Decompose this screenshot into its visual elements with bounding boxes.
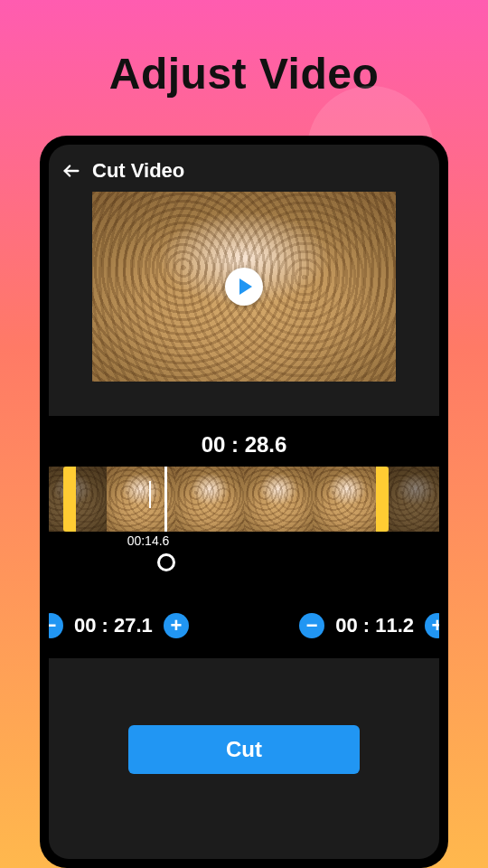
playhead-stem [149, 481, 151, 508]
minus-icon[interactable]: − [299, 613, 324, 638]
filmstrip[interactable] [49, 467, 439, 532]
cut-button[interactable]: Cut [128, 725, 360, 774]
minus-icon[interactable]: − [49, 613, 63, 638]
trim-controls: − 00 : 27.1 + − 00 : 11.2 + [49, 613, 439, 638]
screen-title: Cut Video [92, 159, 184, 183]
selection-handle-right[interactable] [376, 467, 389, 532]
timeline-panel: 00 : 28.6 00:14.6 − 00 : 27.1 + [49, 416, 439, 658]
total-duration: 00 : 28.6 [49, 432, 439, 458]
plus-icon[interactable]: + [164, 613, 189, 638]
frame-thumb [244, 467, 313, 532]
frame-thumb [313, 467, 381, 532]
top-bar: Cut Video [49, 145, 439, 192]
back-arrow-icon[interactable] [61, 161, 81, 181]
start-time-group: − 00 : 27.1 + [49, 613, 189, 638]
end-time-group: − 00 : 11.2 + [299, 613, 439, 638]
hero-title: Adjust Video [0, 0, 488, 99]
plus-icon[interactable]: + [425, 613, 439, 638]
playhead[interactable] [164, 467, 167, 532]
frame-thumb [49, 467, 107, 532]
app-screen: Cut Video 00 : 28.6 00:14.6 [49, 145, 439, 859]
start-time: 00 : 27.1 [74, 614, 153, 637]
frame-thumb [175, 467, 244, 532]
video-preview [92, 192, 396, 382]
playhead-time: 00:14.6 [127, 533, 170, 548]
play-icon[interactable] [225, 268, 263, 306]
device-frame: Cut Video 00 : 28.6 00:14.6 [40, 136, 448, 868]
frame-thumb [381, 467, 439, 532]
selection-handle-left[interactable] [63, 467, 76, 532]
end-time: 00 : 11.2 [335, 614, 414, 637]
